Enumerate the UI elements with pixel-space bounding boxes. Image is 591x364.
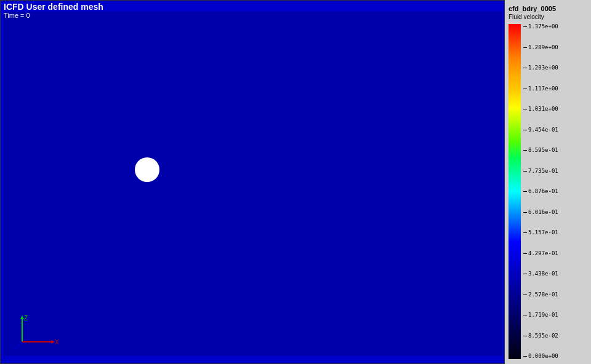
colorbar-label: 1.031e+00: [523, 106, 558, 112]
colorbar-tick: [523, 295, 527, 295]
colorbar-value: 4.297e-01: [528, 251, 558, 256]
colorbar-tick: [523, 315, 527, 315]
simulation-field: [4, 12, 502, 356]
colorbar-tick: [523, 232, 527, 233]
colorbar-tick: [523, 212, 527, 213]
colorbar-label: 5.157e-01: [523, 230, 558, 235]
colorbar-label: 6.876e-01: [523, 189, 558, 194]
colorbar-tick: [523, 47, 527, 48]
colorbar-label: 0.000e+00: [523, 354, 558, 359]
colorbar-value: 1.117e+00: [528, 86, 558, 92]
colorbar-value: 5.157e-01: [528, 230, 558, 235]
colorbar-tick: [523, 171, 527, 172]
colorbar-value: 8.595e-02: [528, 333, 558, 339]
colorbar-labels: 1.375e+001.289e+001.203e+001.117e+001.03…: [523, 24, 560, 359]
colorbar-label: 2.578e-01: [523, 292, 558, 298]
colorbar-gradient: [509, 24, 521, 359]
colorbar-tick: [523, 274, 527, 274]
coordinate-axes: Z X Y: [13, 314, 62, 351]
colorbar-value: 1.289e+00: [528, 45, 558, 50]
colorbar-label: 1.117e+00: [523, 86, 558, 92]
colorbar-label: 8.595e-02: [523, 333, 558, 339]
colorbar-value: 3.438e-01: [528, 271, 558, 277]
colorbar-value: 2.578e-01: [528, 292, 558, 298]
colorbar-value: 6.876e-01: [528, 189, 558, 194]
main-container: ICFD User defined mesh Time = 0 Z X Y: [0, 0, 591, 364]
colorbar-subtitle: Fluid velocity: [509, 14, 587, 20]
colorbar-label: 1.719e-01: [523, 312, 558, 318]
svg-text:Z: Z: [24, 315, 28, 322]
window-title: ICFD User defined mesh: [4, 2, 103, 12]
colorbar-value: 1.203e+00: [528, 65, 558, 71]
colorbar-tick: [523, 130, 527, 130]
svg-text:X: X: [55, 339, 59, 346]
colorbar-tick: [523, 89, 527, 89]
colorbar-tick: [523, 26, 527, 27]
colorbar-label: 4.297e-01: [523, 251, 558, 256]
colorbar-title: cfd_bdry_0005: [509, 5, 587, 12]
colorbar-value: 6.016e-01: [528, 210, 558, 215]
colorbar-label: 7.735e-01: [523, 168, 558, 174]
colorbar-label: 1.375e+00: [523, 24, 558, 30]
colorbar-value: 8.595e-01: [528, 148, 558, 153]
colorbar-tick: [523, 150, 527, 151]
colorbar-value: 0.000e+00: [528, 354, 558, 359]
simulation-object-circle: [135, 157, 159, 182]
colorbar-wrapper: 1.375e+001.289e+001.203e+001.117e+001.03…: [509, 24, 587, 359]
svg-text:Y: Y: [13, 345, 17, 351]
colorbar-tick: [523, 68, 527, 68]
colorbar-tick: [523, 356, 527, 357]
colorbar-label: 3.438e-01: [523, 271, 558, 277]
colorbar-value: 1.031e+00: [528, 106, 558, 112]
time-label: Time = 0: [4, 12, 30, 19]
colorbar-label: 1.203e+00: [523, 65, 558, 71]
colorbar-value: 1.375e+00: [528, 24, 558, 30]
colorbar-label: 6.016e-01: [523, 210, 558, 215]
colorbar-tick: [523, 109, 527, 109]
colorbar-panel: cfd_bdry_0005 Fluid velocity 1.375e+001.…: [505, 0, 591, 364]
simulation-viewport: ICFD User defined mesh Time = 0 Z X Y: [0, 0, 505, 364]
colorbar-tick: [523, 253, 527, 254]
colorbar-label: 8.595e-01: [523, 148, 558, 153]
colorbar-tick: [523, 191, 527, 192]
colorbar-label: 1.289e+00: [523, 45, 558, 50]
colorbar-value: 9.454e-01: [528, 127, 558, 133]
colorbar-tick: [523, 336, 527, 336]
colorbar-label: 9.454e-01: [523, 127, 558, 133]
colorbar-value: 1.719e-01: [528, 312, 558, 318]
colorbar-value: 7.735e-01: [528, 168, 558, 174]
